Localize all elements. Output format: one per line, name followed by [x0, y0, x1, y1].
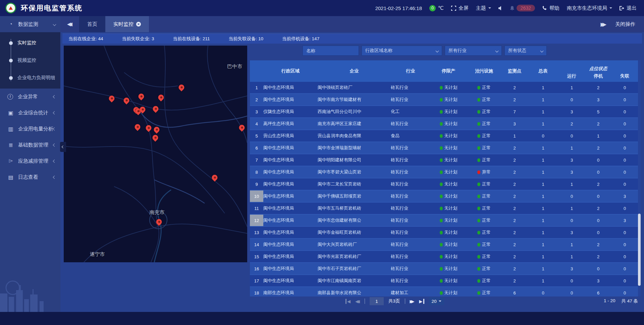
cell-lost: 0 [611, 239, 638, 250]
name-search-input[interactable] [303, 46, 359, 56]
org-dropdown[interactable]: 南充市生态环境局 [567, 5, 612, 11]
cell-company: 阆中市光富页岩机砖厂 [318, 251, 391, 262]
notifications[interactable]: 2632 [510, 5, 535, 11]
status-dot-green [440, 98, 443, 102]
table-row[interactable]: 14阆中生态环境局阆中大兴页岩机砖厂砖瓦行业无计划正常21120 [250, 239, 638, 251]
page-number-input[interactable] [370, 297, 384, 305]
tab-close-icon[interactable] [136, 22, 141, 26]
sidebar-item-数据监测[interactable]: ◔数据监测 [0, 16, 60, 32]
sidebar-item-企业用电量分析[interactable]: ▥企业用电量分析 [0, 121, 60, 137]
table-row[interactable]: 5营山生态环境局营山县润丰肉食品有限食品无计划正常10010 [250, 130, 638, 142]
stats-bar: 当前在线企业: 44当前失联企业: 3当前在线设备: 211当前失联设备: 10… [62, 34, 642, 44]
temperature-unit: ℃ [438, 5, 444, 11]
cell-meters: 1 [528, 94, 558, 105]
next-page-button[interactable]: ▶▶ [410, 299, 415, 304]
double-chevron-left-icon: ◀◀ [67, 21, 72, 27]
cell-company: 南充市高坪区王家店建 [318, 118, 391, 129]
sidebar-item-日志查看[interactable]: ▤日志查看 [0, 169, 60, 185]
sidebar-item-视频监控[interactable]: 视频监控 [0, 52, 60, 69]
theme-dropdown[interactable]: 主题 [476, 5, 491, 11]
table-row[interactable]: 2阆中生态环境局阆中市南方节能建材有砖瓦行业无计划正常21030 [250, 94, 638, 106]
sidebar-subitem-label: 视频监控 [17, 57, 36, 63]
sidebar-item-企业电力负荷明细[interactable]: 企业电力负荷明细 [0, 69, 60, 87]
cell-industry: 砖瓦行业 [391, 203, 430, 214]
table-row[interactable]: 6阆中生态环境局阆中市金博瑞新型墙材砖瓦行业无计划正常21120 [250, 142, 638, 154]
table-row[interactable]: 3仪陇生态环境局西南油气田分公司川中化工无计划正常71350 [250, 106, 638, 118]
sidebar-item-实时监控[interactable]: 实时监控 [0, 34, 60, 52]
cell-industry: 砖瓦行业 [391, 215, 430, 226]
map-panel[interactable]: 巴中市南充市遂宁市 [64, 46, 247, 262]
column-company: 企业 [318, 60, 391, 82]
cell-company: 西南油气田分公司川中 [318, 106, 391, 117]
column-industry: 行业 [391, 60, 430, 82]
chevron-down-icon [540, 49, 544, 52]
plan-label: 无计划 [444, 205, 458, 211]
table-row[interactable]: 9阆中生态环境局阆中市二龙长宝页岩砖砖瓦行业无计划正常21120 [250, 178, 638, 191]
scrollbar-thumb[interactable] [638, 214, 641, 286]
industry-select[interactable]: 所有行业 [445, 46, 502, 56]
region-select[interactable]: 行政区域名称 [362, 46, 442, 56]
cell-facility: 正常 [467, 191, 501, 202]
row-index: 18 [250, 287, 263, 296]
table-row[interactable]: 7阆中生态环境局阆中明阳建材有限公司砖瓦行业无计划正常21300 [250, 154, 638, 166]
prev-page-button[interactable]: ◀◀ [355, 299, 360, 304]
mute-button[interactable] [498, 6, 503, 10]
tab-首页[interactable]: 首页 [79, 16, 105, 32]
table-row[interactable]: 4高坪生态环境局南充市高坪区王家店建砖瓦行业无计划正常31220 [250, 118, 638, 130]
first-page-button[interactable]: ◀ [345, 299, 351, 304]
cell-stop: 0 [585, 191, 611, 202]
chart-bars-icon: ▥ [7, 126, 14, 132]
table-row[interactable]: 16阆中生态环境局阆中市石子页岩机砖厂砖瓦行业无计划正常21300 [250, 263, 638, 275]
table-row[interactable]: 15阆中生态环境局阆中市光富页岩机砖厂砖瓦行业无计划正常21120 [250, 251, 638, 263]
cell-stop: 2 [585, 251, 611, 262]
table-row[interactable]: 18南部生态环境局南部县新华水泥有限公建材加工无计划正常60060 [250, 287, 638, 296]
table-row[interactable]: 1阆中生态环境局阆中强锐页岩砖厂砖瓦行业无计划正常21120 [250, 82, 638, 94]
row-index: 1 [250, 82, 263, 93]
plan-label: 无计划 [444, 266, 458, 272]
table-scrollbar[interactable] [638, 60, 641, 296]
cell-lost: 0 [611, 251, 638, 262]
sidebar-subitem-label: 企业电力负荷明细 [17, 75, 55, 81]
cell-industry: 砖瓦行业 [391, 263, 430, 274]
panel-collapse-button[interactable] [60, 142, 66, 152]
row-index: 13 [250, 227, 263, 238]
table-row[interactable]: 12阆中生态环境局阆中市忠信建材有限公砖瓦行业无计划正常21003 [250, 215, 638, 227]
layers-icon: ≣ [7, 142, 14, 148]
table-row[interactable]: 13阆中生态环境局阆中市金福旺页岩机砖砖瓦行业无计划正常21300 [250, 227, 638, 239]
help-button[interactable]: 帮助 [542, 5, 559, 11]
logout-button[interactable]: 退出 [620, 5, 637, 11]
cell-run: 1 [558, 142, 585, 154]
cell-plan: 无计划 [430, 130, 467, 142]
sidebar-item-企业异常[interactable]: !企业异常 [0, 89, 60, 105]
cell-company: 阆中市江南镇阆南页岩 [318, 275, 391, 286]
row-index: 4 [250, 118, 263, 129]
cell-stop: 2 [585, 178, 611, 190]
status-dot-green [477, 267, 480, 271]
row-index: 11 [250, 203, 263, 214]
table-row[interactable]: 17阆中生态环境局阆中市江南镇阆南页岩砖瓦行业无计划正常21030 [250, 275, 638, 287]
page-size-select[interactable]: 20 [429, 297, 444, 305]
cell-points: 2 [501, 251, 528, 262]
double-chevron-right-icon[interactable]: ▶▶ [600, 21, 606, 28]
table-row[interactable]: 8阆中生态环境局阆中市枣碧大梁山页岩砖瓦行业无计划异常21300 [250, 166, 638, 178]
cell-run: 3 [558, 154, 585, 166]
close-operations-dropdown[interactable]: 关闭操作 [615, 21, 635, 28]
sidebar-item-基础数据管理[interactable]: ≣基础数据管理 [0, 137, 60, 153]
cell-plan: 无计划 [430, 227, 467, 238]
cell-points: 2 [501, 263, 528, 274]
megaphone-icon: ⌲ [7, 158, 14, 164]
tab-实时监控[interactable]: 实时监控 [105, 16, 149, 32]
last-page-button[interactable]: ▶ [419, 299, 424, 304]
status-dot-green [440, 146, 443, 150]
table-row[interactable]: 10阆中生态环境局阆中千佛镇五郎垭页岩砖瓦行业无计划正常21003 [250, 191, 638, 203]
sidebar: ◔数据监测实时监控视频监控企业电力负荷明细!企业异常▣企业综合统计▥企业用电量分… [0, 16, 60, 312]
cell-region: 仪陇生态环境局 [263, 106, 318, 117]
table-row[interactable]: 11阆中生态环境局阆中市五马桥页岩机砖砖瓦行业无计划正常21120 [250, 203, 638, 215]
cell-region: 阆中生态环境局 [263, 191, 318, 202]
sidebar-item-企业综合统计[interactable]: ▣企业综合统计 [0, 105, 60, 121]
status-dot-green [440, 243, 443, 247]
status-select[interactable]: 所有状态 [504, 46, 547, 56]
fullscreen-button[interactable]: 全屏 [451, 5, 469, 11]
tabs-scroll-left-button[interactable]: ◀◀ [60, 16, 79, 32]
sidebar-item-应急减排管理[interactable]: ⌲应急减排管理 [0, 153, 60, 169]
